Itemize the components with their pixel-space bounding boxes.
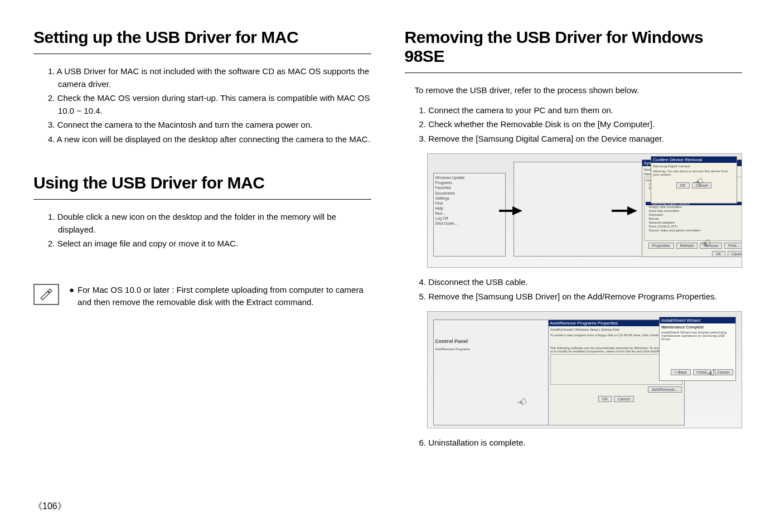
divider <box>405 72 743 73</box>
print-button[interactable]: Print... <box>724 243 742 249</box>
dialog-buttons: Properties Refresh Remove Print... <box>644 242 743 249</box>
properties-button[interactable]: Properties <box>648 243 674 249</box>
cancel-button[interactable]: Cancel <box>728 251 742 257</box>
setup-step-2: 2. Check the MAC OS version during start… <box>48 92 371 117</box>
installshield-dialog: InstallShield Wizard Maintenance Complet… <box>659 317 736 381</box>
ok-button[interactable]: OK <box>598 396 612 402</box>
remove-step-2: 2. Check whether the Removable Disk is o… <box>419 118 743 131</box>
refresh-button[interactable]: Refresh <box>676 243 698 249</box>
add-remove-button[interactable]: Add/Remove... <box>648 386 681 393</box>
remove-list-b: 4. Disconnect the USB cable. 5. Remove t… <box>419 276 743 303</box>
divider <box>33 54 371 54</box>
setup-step-3: 3. Connect the camera to the Macintosh a… <box>48 119 371 132</box>
back-button[interactable]: < Back <box>671 369 691 375</box>
intro-text: To remove the USB driver, refer to the p… <box>415 84 743 96</box>
page-number: 《106》 <box>33 501 66 512</box>
start-menu-panel: Windows UpdateProgramsFavoritesDocuments… <box>433 173 506 257</box>
ok-button[interactable]: OK <box>676 182 690 188</box>
ok-button[interactable]: OK <box>712 251 725 257</box>
right-column: Removing the USB Driver for Windows 98SE… <box>405 28 743 451</box>
remove-step-6: 6. Uninstallation is complete. <box>419 437 743 449</box>
heading-removing: Removing the USB Driver for Windows 98SE <box>405 28 743 66</box>
dialog-title: Confirm Device Removal <box>651 157 737 163</box>
note-bullet: ● For Mac OS 10.0 or later : First compl… <box>69 284 371 309</box>
setup-step-1: 1. A USB Driver for MAC is not included … <box>48 65 371 90</box>
using-list: 1. Double click a new icon on the deskto… <box>48 211 371 250</box>
control-panel-window: Control Panel Add/Remove Programs <box>433 320 564 425</box>
using-step-2: 2. Select an image file and copy or move… <box>48 238 371 250</box>
remove-step-4: 4. Disconnect the USB cable. <box>419 276 743 289</box>
arrow-right-icon <box>512 206 522 215</box>
screenshot-add-remove: Control Panel Add/Remove Programs Add/Re… <box>427 311 743 428</box>
note-block: ● For Mac OS 10.0 or later : First compl… <box>33 284 371 309</box>
divider <box>33 199 371 200</box>
remove-list-a: 1. Connect the camera to your PC and tur… <box>419 104 743 146</box>
bullet-dot: ● <box>69 284 74 309</box>
heading-setting-up: Setting up the USB Driver for MAC <box>33 28 371 47</box>
cancel-button[interactable]: Cancel <box>614 396 634 402</box>
setup-step-4: 4. A new icon will be displayed on the d… <box>48 133 371 146</box>
arrow-line-icon <box>612 210 628 212</box>
remove-step-1: 1. Connect the camera to your PC and tur… <box>419 104 743 117</box>
left-column: Setting up the USB Driver for MAC 1. A U… <box>33 28 371 451</box>
setup-list: 1. A USB Driver for MAC is not included … <box>48 65 371 146</box>
dialog-title: InstallShield Wizard <box>660 317 735 323</box>
note-text: For Mac OS 10.0 or later : First complet… <box>78 284 371 309</box>
note-icon <box>33 284 59 305</box>
remove-step-3: 3. Remove the [Samsung Digital Camera] o… <box>419 133 743 146</box>
screenshot-device-manager: Windows UpdateProgramsFavoritesDocuments… <box>427 153 743 268</box>
heading-using: Using the USB Driver for MAC <box>33 173 371 192</box>
arrow-right-icon <box>627 206 637 215</box>
remove-list-c: 6. Uninstallation is complete. <box>419 437 743 449</box>
using-step-1: 1. Double click a new icon on the deskto… <box>48 211 371 236</box>
remove-step-5: 5. Remove the [Samsung USB Driver] on th… <box>419 291 743 303</box>
